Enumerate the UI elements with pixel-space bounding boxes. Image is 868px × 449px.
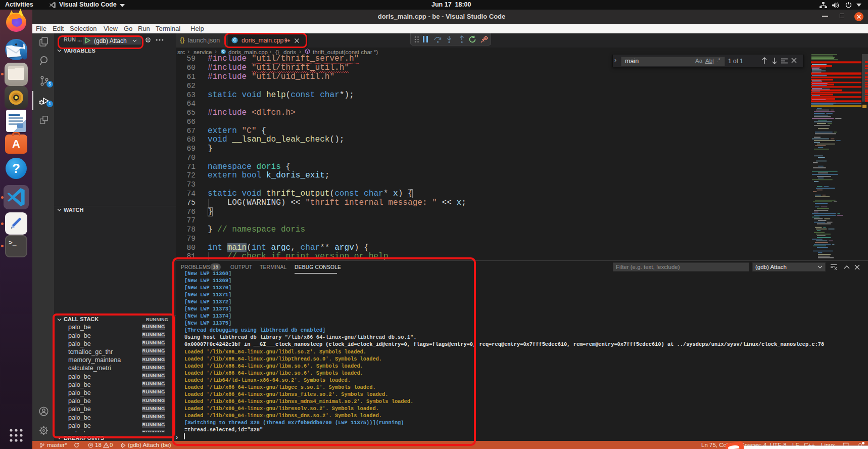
svg-text:C: C xyxy=(222,50,225,53)
